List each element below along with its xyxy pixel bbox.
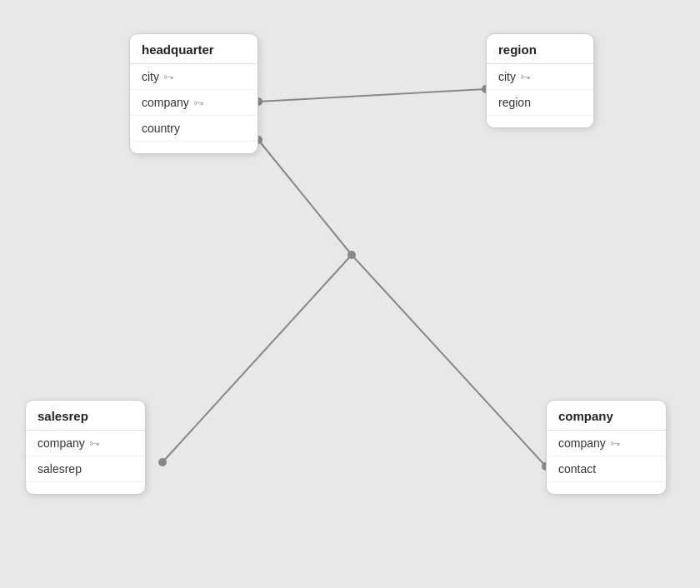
field-label: company	[558, 436, 606, 450]
field-label: company	[142, 96, 189, 109]
svg-line-4	[162, 255, 352, 462]
table-row: city 🗝	[487, 64, 593, 90]
svg-line-8	[352, 255, 546, 466]
key-icon: 🗝	[193, 97, 204, 109]
key-icon: 🗝	[520, 71, 531, 83]
diagram-canvas: headquarter city 🗝 company 🗝 country reg…	[0, 0, 700, 588]
table-salesrep: salesrep company 🗝 salesrep	[25, 400, 146, 495]
key-icon: 🗝	[89, 437, 100, 450]
table-region: region city 🗝 region	[486, 33, 594, 128]
table-title-salesrep: salesrep	[26, 401, 145, 431]
table-headquarter: headquarter city 🗝 company 🗝 country	[129, 33, 258, 154]
svg-point-6	[348, 251, 356, 259]
table-title-headquarter: headquarter	[130, 34, 258, 64]
svg-point-7	[158, 458, 167, 466]
field-label: city	[142, 70, 159, 83]
table-row-empty	[487, 116, 593, 127]
field-label: salesrep	[38, 462, 82, 476]
svg-line-0	[258, 89, 486, 102]
table-row: company 🗝	[547, 431, 666, 456]
table-row-empty	[547, 482, 666, 494]
table-row: country	[130, 116, 258, 142]
field-label: company	[38, 436, 85, 450]
svg-line-3	[258, 140, 352, 255]
field-label: contact	[558, 462, 596, 476]
table-row-empty	[130, 142, 258, 153]
table-row: city 🗝	[130, 64, 258, 90]
table-row: company 🗝	[26, 431, 145, 456]
field-label: city	[498, 70, 516, 83]
table-title-region: region	[487, 34, 593, 64]
table-row: salesrep	[26, 456, 145, 482]
key-icon: 🗝	[163, 71, 174, 83]
table-title-company: company	[547, 401, 666, 431]
connections-svg	[0, 0, 700, 588]
table-company: company company 🗝 contact	[546, 400, 667, 495]
field-label: region	[498, 96, 531, 109]
table-row: company 🗝	[130, 90, 258, 116]
table-row: region	[487, 90, 593, 116]
table-row-empty	[26, 482, 145, 494]
field-label: country	[142, 122, 180, 135]
table-row: contact	[547, 456, 666, 482]
key-icon: 🗝	[610, 437, 621, 450]
